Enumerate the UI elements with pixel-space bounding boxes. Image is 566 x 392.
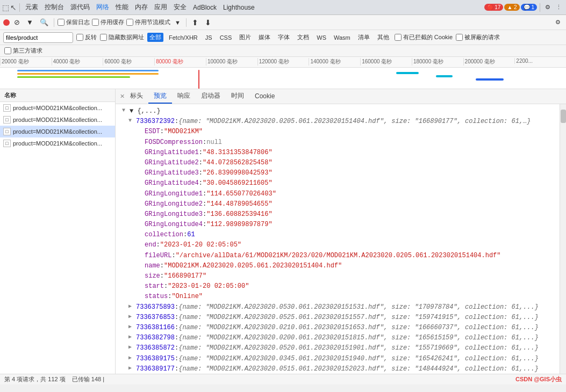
disable-cache-label[interactable]: 停用缓存 xyxy=(92,18,124,26)
json-toggle-collapsed[interactable]: ▶ xyxy=(128,313,136,321)
reverse-checkbox-label[interactable]: 反转 xyxy=(76,33,97,41)
tab-headers[interactable]: 标头 xyxy=(125,89,148,104)
network-toolbar: ⊘ ▼ 🔍 保留日志 停用缓存 停用节流模式 ▼ ⬆ ⬇ ⚙ xyxy=(0,15,566,30)
tick-120000: 120000 毫秒 xyxy=(257,58,309,66)
filter-all-chip[interactable]: 全部 xyxy=(147,33,163,42)
json-entry-collapsed[interactable]: ▶ 7336389175 : {name: "MOD021KM.A2023020… xyxy=(120,354,562,364)
json-toggle-root[interactable]: ▼ xyxy=(122,106,130,115)
stop-record-button[interactable]: ⊘ xyxy=(12,17,22,27)
list-item-selected[interactable]: □ product=MOD021KM&collection... xyxy=(0,126,115,137)
disable-flow-checkbox[interactable] xyxy=(126,19,133,26)
json-entry-collapsed[interactable]: ▶ 7336385872 : {name: "MOD021KM.A2023020… xyxy=(120,343,562,353)
devtools-icon-inspect: ↖ xyxy=(10,3,17,12)
json-field-grlon2: GRingLongitude2 : "144.48789054655" xyxy=(120,199,562,209)
tab-sources[interactable]: 源代码 xyxy=(68,2,92,13)
filter-manifest-chip[interactable]: 清单 xyxy=(356,33,372,42)
devtools-tabbar: ⬚ ↖ 元素 控制台 源代码 网络 性能 内存 应用 安全 AdBlock Li… xyxy=(0,0,566,15)
disable-cache-checkbox[interactable] xyxy=(92,19,99,26)
filter-wasm-chip[interactable]: Wasm xyxy=(332,34,353,41)
tab-timing[interactable]: 时间 xyxy=(226,89,249,104)
tab-performance[interactable]: 性能 xyxy=(113,2,131,13)
json-toggle-collapsed[interactable]: ▶ xyxy=(128,354,136,362)
wf-vertical-line xyxy=(198,70,199,89)
json-toggle-collapsed[interactable]: ▶ xyxy=(128,364,136,373)
filter-toggle-button[interactable]: ▼ xyxy=(24,17,35,27)
tab-response[interactable]: 响应 xyxy=(172,89,196,104)
tab-security[interactable]: 安全 xyxy=(171,2,189,13)
tab-network[interactable]: 网络 xyxy=(94,2,112,13)
json-field-status: status : "Online" xyxy=(120,292,562,302)
json-toggle-entry[interactable]: ▼ xyxy=(128,117,136,125)
filter-font-chip[interactable]: 字体 xyxy=(276,33,292,42)
blocked-cookies-checkbox[interactable] xyxy=(395,34,402,41)
json-entry-expanded[interactable]: ▼ 7336372392 : {name: "MOD021KM.A2023020… xyxy=(120,117,562,127)
reverse-checkbox[interactable] xyxy=(76,34,83,41)
json-entry-collapsed[interactable]: ▶ 7336375893 : {name: "MOD021KM.A2023020… xyxy=(120,302,562,313)
json-content[interactable]: ▼ ▼ {,...} ▼ 7336372392 : {name: "MOD021… xyxy=(116,104,566,374)
json-entry-collapsed[interactable]: ▶ 7336381166 : {name: "MOD021KM.A2023020… xyxy=(120,323,562,333)
json-toggle-collapsed[interactable]: ▶ xyxy=(128,323,136,331)
filter-img-chip[interactable]: 图片 xyxy=(237,33,253,42)
disable-flow-label[interactable]: 停用节流模式 xyxy=(126,18,170,26)
tab-lighthouse[interactable]: Lighthouse xyxy=(220,3,257,12)
more-button[interactable]: ⋮ xyxy=(554,3,564,12)
tab-initiator[interactable]: 启动器 xyxy=(196,89,226,104)
network-settings-button[interactable]: ⚙ xyxy=(553,18,563,27)
detail-panel: ✕ 标头 预览 响应 启动器 时间 Cookie ▼ xyxy=(116,89,566,374)
preserve-log-label[interactable]: 保留日志 xyxy=(58,18,90,26)
json-entry-collapsed[interactable]: ▶ 7336382798 : {name: "MOD021KM.A2023020… xyxy=(120,333,562,343)
waterfall-chart xyxy=(0,68,566,89)
separator2 xyxy=(540,3,540,12)
json-root[interactable]: ▼ ▼ {,...} xyxy=(120,106,562,117)
filter-doc-chip[interactable]: 文档 xyxy=(295,33,311,42)
json-entry-collapsed[interactable]: ▶ 7336389177 : {name: "MOD021KM.A2023020… xyxy=(120,364,562,374)
detail-scrollbar[interactable] xyxy=(560,104,566,374)
list-item[interactable]: □ product=MOD021KM&collection... xyxy=(0,102,115,114)
filter-css-chip[interactable]: CSS xyxy=(218,34,234,41)
tab-cookie[interactable]: Cookie xyxy=(249,90,280,103)
tab-preview[interactable]: 预览 xyxy=(148,89,172,104)
list-item[interactable]: □ product=MOD021KM&collection... xyxy=(0,137,115,149)
filter-fetch-chip[interactable]: Fetch/XHR xyxy=(167,34,200,41)
throttle-dropdown[interactable]: ▼ xyxy=(173,18,183,27)
wf-bar-2 xyxy=(17,73,159,75)
blocked-cookies-label[interactable]: 有已拦截的 Cookie xyxy=(395,33,453,41)
search-button[interactable]: 🔍 xyxy=(38,17,51,27)
upload-button[interactable]: ⬆ xyxy=(190,17,200,28)
list-item-text: product=MOD021KM&collection... xyxy=(13,140,102,147)
tab-console[interactable]: 控制台 xyxy=(42,2,67,13)
third-party-checkbox[interactable] xyxy=(4,47,11,54)
tab-elements[interactable]: 元素 xyxy=(23,2,41,13)
watermark: CSDN @GIS小虫 xyxy=(515,375,562,383)
tick-20000: 20000 毫秒 xyxy=(0,58,52,66)
preserve-log-checkbox[interactable] xyxy=(58,19,65,26)
third-party-label[interactable]: 第三方请求 xyxy=(4,47,42,55)
hide-data-url-checkbox[interactable] xyxy=(100,34,107,41)
json-entry-collapsed[interactable]: ▶ 7336376853 : {name: "MOD021KM.A2023020… xyxy=(120,313,562,323)
download-button[interactable]: ⬇ xyxy=(203,17,213,28)
hide-data-url-label[interactable]: 隐藏数据网址 xyxy=(100,33,144,41)
sep2 xyxy=(186,18,187,27)
json-field-grlat2: GRingLatitude2 : "44.0728562825458" xyxy=(120,158,562,168)
tab-memory[interactable]: 内存 xyxy=(132,2,151,13)
json-toggle-collapsed[interactable]: ▶ xyxy=(128,302,136,311)
list-item-icon: □ xyxy=(3,140,11,147)
tick-200000: 200000 毫秒 xyxy=(463,58,515,66)
tick-100000: 100000 毫秒 xyxy=(206,58,257,66)
request-list[interactable]: □ product=MOD021KM&collection... □ produ… xyxy=(0,102,115,374)
json-toggle-collapsed[interactable]: ▶ xyxy=(128,333,136,342)
blocked-requests-label[interactable]: 被屏蔽的请求 xyxy=(456,33,500,41)
filter-media-chip[interactable]: 媒体 xyxy=(256,33,273,42)
filter-input[interactable] xyxy=(3,32,73,43)
filter-ws-chip[interactable]: WS xyxy=(314,34,328,41)
tab-application[interactable]: 应用 xyxy=(152,2,170,13)
list-item[interactable]: □ product=MOD021KM&collection... xyxy=(0,114,115,126)
filter-other-chip[interactable]: 其他 xyxy=(375,33,391,42)
detail-close-button[interactable]: ✕ xyxy=(120,93,125,100)
tab-adblock[interactable]: AdBlock xyxy=(190,3,219,12)
detail-scrollbar-thumb[interactable] xyxy=(561,110,566,123)
blocked-requests-checkbox[interactable] xyxy=(456,34,463,41)
json-toggle-collapsed[interactable]: ▶ xyxy=(128,343,136,352)
filter-js-chip[interactable]: JS xyxy=(203,34,214,41)
settings-button[interactable]: ⚙ xyxy=(543,3,553,12)
